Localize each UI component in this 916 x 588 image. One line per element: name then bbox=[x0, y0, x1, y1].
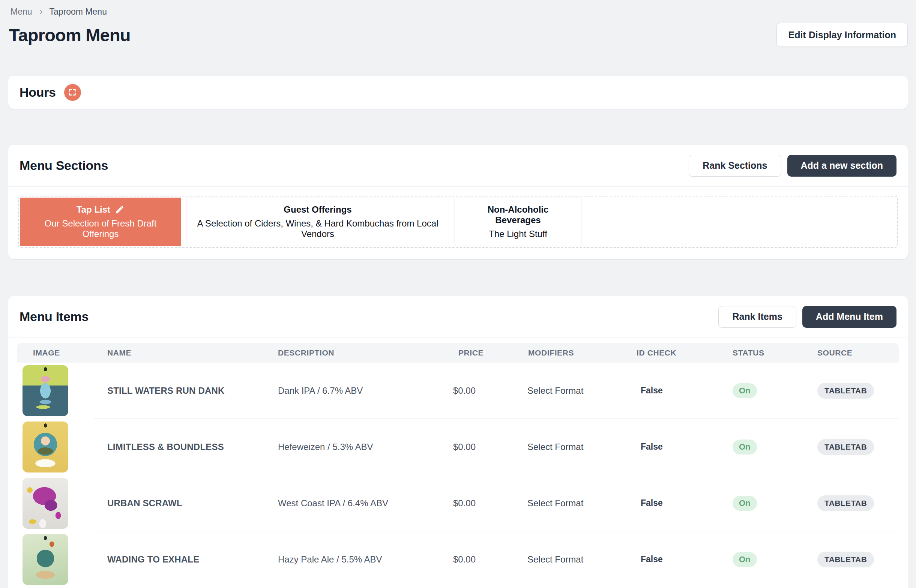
table-row[interactable]: STILL WATERS RUN DANK Dank IPA / 6.7% AB… bbox=[17, 363, 899, 418]
section-name: Tap List bbox=[76, 204, 110, 215]
status-toggle[interactable]: On bbox=[733, 552, 757, 567]
source-badge: TABLETAB bbox=[817, 383, 874, 399]
header-divider bbox=[8, 56, 908, 56]
item-price: $0.00 bbox=[452, 442, 525, 452]
item-thumbnail bbox=[23, 422, 68, 473]
section-description: Our Selection of Fresh Draft Offerings bbox=[30, 218, 171, 239]
section-tile-guest-offerings[interactable]: Guest Offerings A Selection of Ciders, W… bbox=[186, 198, 449, 246]
item-image-cell bbox=[17, 422, 107, 473]
item-name: LIMITLESS & BOUNDLESS bbox=[107, 442, 278, 452]
select-format-link[interactable]: Select Format bbox=[525, 442, 636, 452]
table-row[interactable]: URBAN SCRAWL West Coast IPA / 6.4% ABV $… bbox=[17, 475, 899, 531]
source-badge: TABLETAB bbox=[817, 552, 874, 567]
item-description: Hefeweizen / 5.3% ABV bbox=[278, 442, 452, 452]
section-tile-tap-list[interactable]: Tap List Our Selection of Fresh Draft Of… bbox=[20, 198, 181, 246]
breadcrumb-current: Taproom Menu bbox=[50, 7, 107, 17]
item-description: Hazy Pale Ale / 5.5% ABV bbox=[278, 554, 452, 565]
item-price: $0.00 bbox=[452, 554, 525, 565]
status-toggle[interactable]: On bbox=[733, 496, 757, 511]
item-image-cell bbox=[17, 534, 107, 585]
item-id-check: False bbox=[636, 442, 730, 452]
item-id-check: False bbox=[636, 554, 730, 564]
menu-sections-header: Menu Sections Rank Sections Add a new se… bbox=[8, 145, 908, 187]
item-thumbnail bbox=[23, 534, 68, 585]
section-name-row: Non-Alcoholic Beverages bbox=[464, 204, 572, 225]
select-format-link[interactable]: Select Format bbox=[525, 498, 636, 509]
item-thumbnail bbox=[23, 365, 68, 416]
item-id-check: False bbox=[636, 386, 730, 396]
section-tile-non-alcoholic[interactable]: Non-Alcoholic Beverages The Light Stuff bbox=[454, 198, 582, 246]
edit-display-information-button[interactable]: Edit Display Information bbox=[777, 23, 908, 47]
page-title: Taproom Menu bbox=[9, 25, 131, 45]
table-row[interactable]: WADING TO EXHALE Hazy Pale Ale / 5.5% AB… bbox=[17, 531, 899, 587]
column-header-source: SOURCE bbox=[814, 348, 899, 357]
item-name: WADING TO EXHALE bbox=[107, 554, 278, 565]
source-badge: TABLETAB bbox=[817, 495, 874, 511]
item-name: URBAN SCRAWL bbox=[107, 498, 278, 509]
menu-sections-card: Menu Sections Rank Sections Add a new se… bbox=[8, 145, 908, 259]
breadcrumb-menu[interactable]: Menu bbox=[11, 7, 32, 17]
item-source-cell: TABLETAB bbox=[814, 495, 899, 511]
select-format-link[interactable]: Select Format bbox=[525, 554, 636, 565]
column-header-price: PRICE bbox=[452, 348, 525, 357]
table-row[interactable]: LIMITLESS & BOUNDLESS Hefeweizen / 5.3% … bbox=[17, 419, 899, 475]
column-header-modifiers: MODIFIERS bbox=[525, 348, 636, 357]
item-description: Dank IPA / 6.7% ABV bbox=[278, 386, 452, 396]
column-header-status: STATUS bbox=[730, 348, 814, 357]
item-id-check: False bbox=[636, 498, 730, 508]
section-description: The Light Stuff bbox=[489, 229, 547, 239]
menu-sections-title: Menu Sections bbox=[19, 158, 108, 173]
expand-icon bbox=[68, 88, 76, 96]
item-status-cell: On bbox=[730, 439, 814, 454]
menu-sections-body: Tap List Our Selection of Fresh Draft Of… bbox=[8, 187, 908, 259]
menu-items-title: Menu Items bbox=[19, 309, 89, 324]
breadcrumb: Menu Taproom Menu bbox=[11, 0, 908, 17]
menu-items-header: Menu Items Rank Items Add Menu Item bbox=[8, 296, 908, 338]
section-description: A Selection of Ciders, Wines, & Hard Kom… bbox=[197, 218, 439, 239]
item-description: West Coast IPA / 6.4% ABV bbox=[278, 498, 452, 509]
pencil-icon[interactable] bbox=[115, 205, 124, 215]
hours-title: Hours bbox=[19, 85, 56, 100]
status-toggle[interactable]: On bbox=[733, 383, 757, 398]
table-header: IMAGE NAME DESCRIPTION PRICE MODIFIERS I… bbox=[17, 343, 899, 363]
section-name-row: Tap List bbox=[76, 204, 124, 215]
select-format-link[interactable]: Select Format bbox=[525, 386, 636, 396]
section-name-row: Guest Offerings bbox=[284, 204, 352, 215]
sections-list: Tap List Our Selection of Fresh Draft Of… bbox=[18, 196, 898, 248]
page: Menu Taproom Menu Taproom Menu Edit Disp… bbox=[0, 0, 916, 588]
hours-card: Hours bbox=[8, 76, 908, 109]
section-name: Non-Alcoholic Beverages bbox=[464, 204, 572, 225]
column-header-id-check: ID CHECK bbox=[636, 348, 730, 357]
chevron-right-icon bbox=[37, 9, 44, 15]
item-thumbnail bbox=[23, 478, 68, 529]
add-menu-item-button[interactable]: Add Menu Item bbox=[802, 306, 897, 328]
menu-items-card: Menu Items Rank Items Add Menu Item IMAG… bbox=[8, 296, 908, 588]
item-source-cell: TABLETAB bbox=[814, 439, 899, 455]
menu-items-table: IMAGE NAME DESCRIPTION PRICE MODIFIERS I… bbox=[8, 338, 908, 587]
item-status-cell: On bbox=[730, 496, 814, 511]
column-header-description: DESCRIPTION bbox=[278, 348, 452, 357]
rank-items-button[interactable]: Rank Items bbox=[718, 306, 796, 328]
source-badge: TABLETAB bbox=[817, 439, 874, 455]
item-source-cell: TABLETAB bbox=[814, 383, 899, 399]
item-price: $0.00 bbox=[452, 498, 525, 509]
menu-items-actions: Rank Items Add Menu Item bbox=[718, 306, 897, 328]
item-image-cell bbox=[17, 365, 107, 416]
column-header-image: IMAGE bbox=[17, 348, 107, 357]
add-section-button[interactable]: Add a new section bbox=[787, 155, 897, 177]
page-header: Taproom Menu Edit Display Information bbox=[9, 23, 908, 47]
expand-hours-button[interactable] bbox=[64, 84, 81, 101]
item-source-cell: TABLETAB bbox=[814, 552, 899, 567]
column-header-name: NAME bbox=[107, 348, 278, 357]
item-price: $0.00 bbox=[452, 386, 525, 396]
item-status-cell: On bbox=[730, 552, 814, 567]
section-name: Guest Offerings bbox=[284, 204, 352, 215]
menu-sections-actions: Rank Sections Add a new section bbox=[689, 155, 897, 177]
status-toggle[interactable]: On bbox=[733, 439, 757, 454]
rank-sections-button[interactable]: Rank Sections bbox=[689, 155, 781, 177]
item-status-cell: On bbox=[730, 383, 814, 398]
item-image-cell bbox=[17, 478, 107, 529]
item-name: STILL WATERS RUN DANK bbox=[107, 386, 278, 396]
